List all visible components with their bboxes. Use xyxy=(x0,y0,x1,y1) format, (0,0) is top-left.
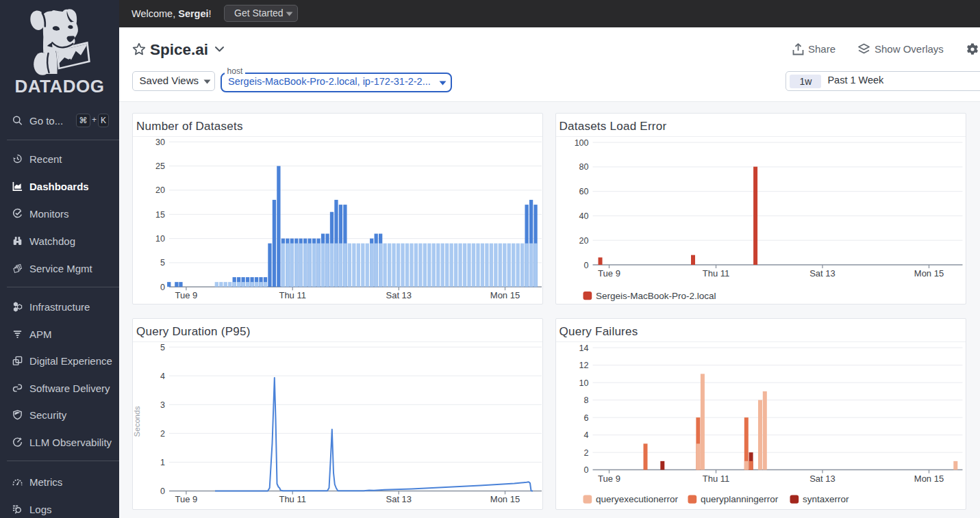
svg-text:60: 60 xyxy=(579,187,588,196)
svg-text:syntaxerror: syntaxerror xyxy=(803,494,849,504)
svg-text:0: 0 xyxy=(583,261,588,270)
svg-text:Sat 13: Sat 13 xyxy=(809,268,835,279)
svg-text:Tue 9: Tue 9 xyxy=(175,290,198,300)
svg-text:10: 10 xyxy=(579,378,588,388)
svg-text:Tue 9: Tue 9 xyxy=(598,268,620,279)
svg-text:Thu 11: Thu 11 xyxy=(702,268,729,279)
svg-text:5: 5 xyxy=(160,343,165,352)
svg-text:100: 100 xyxy=(574,138,588,148)
svg-text:0: 0 xyxy=(583,465,588,475)
svg-text:4: 4 xyxy=(160,372,165,381)
svg-text:Sat 13: Sat 13 xyxy=(386,290,412,300)
svg-text:5: 5 xyxy=(160,258,165,268)
svg-text:Mon 15: Mon 15 xyxy=(490,494,520,504)
svg-text:2: 2 xyxy=(583,448,588,458)
svg-text:Tue 9: Tue 9 xyxy=(175,494,198,504)
svg-text:20: 20 xyxy=(155,185,165,195)
svg-text:Mon 15: Mon 15 xyxy=(914,474,943,484)
svg-text:Mon 15: Mon 15 xyxy=(490,290,520,300)
svg-text:Sat 13: Sat 13 xyxy=(809,474,835,484)
svg-text:30: 30 xyxy=(155,138,165,147)
svg-text:80: 80 xyxy=(579,162,588,172)
svg-text:Tue 9: Tue 9 xyxy=(598,474,620,484)
svg-text:4: 4 xyxy=(583,430,588,440)
svg-text:queryplanningerror: queryplanningerror xyxy=(701,494,779,504)
svg-text:Sat 13: Sat 13 xyxy=(386,494,412,504)
svg-text:0: 0 xyxy=(160,283,165,292)
svg-text:Seconds: Seconds xyxy=(133,406,141,437)
svg-text:40: 40 xyxy=(579,211,588,221)
svg-text:25: 25 xyxy=(155,161,165,171)
svg-text:14: 14 xyxy=(579,344,588,353)
svg-text:6: 6 xyxy=(583,413,588,423)
svg-text:10: 10 xyxy=(155,234,165,244)
svg-text:8: 8 xyxy=(583,396,588,405)
svg-text:20: 20 xyxy=(579,236,588,246)
svg-text:Thu 11: Thu 11 xyxy=(702,474,729,484)
svg-text:Thu 11: Thu 11 xyxy=(279,290,306,300)
svg-text:0: 0 xyxy=(160,487,165,496)
svg-text:Sergeis-MacBook-Pro-2.local: Sergeis-MacBook-Pro-2.local xyxy=(596,291,716,301)
svg-text:Mon 15: Mon 15 xyxy=(914,268,943,279)
svg-text:3: 3 xyxy=(160,400,165,410)
svg-text:Thu 11: Thu 11 xyxy=(279,494,306,504)
svg-text:2: 2 xyxy=(160,429,165,439)
svg-text:12: 12 xyxy=(579,361,588,370)
svg-text:15: 15 xyxy=(155,210,165,220)
svg-text:queryexecutionerror: queryexecutionerror xyxy=(596,494,679,504)
svg-text:1: 1 xyxy=(160,458,165,467)
